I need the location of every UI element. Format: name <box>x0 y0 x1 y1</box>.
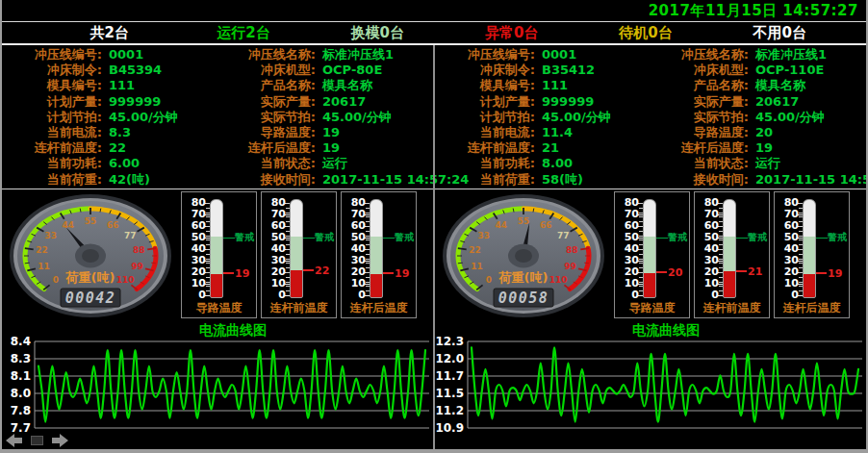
gauge-tick-label: 0 <box>53 275 59 285</box>
info-label: 当前荷重: <box>435 172 537 188</box>
info-label: 导路温度: <box>649 125 751 140</box>
back-arrow-icon[interactable] <box>6 434 23 447</box>
chart-ytick-label: 8.0 <box>11 387 31 400</box>
info-value: 111 <box>104 78 216 93</box>
info-label: 计划节拍: <box>2 110 104 125</box>
info-value: 21 <box>537 140 649 156</box>
thermo-value-marker <box>736 270 747 272</box>
thermo-value-marker <box>383 272 394 274</box>
chart-title: 电流曲线图 <box>632 322 700 338</box>
chart-ytick-label: 12.0 <box>435 352 464 365</box>
section-separator <box>435 189 866 189</box>
thermo-value-label: 19 <box>828 268 842 279</box>
gauge-tick-label: 77 <box>557 231 570 240</box>
load-gauge: 0112233445566778899110荷重(吨)00058 <box>439 190 608 319</box>
info-label: 接收时间: <box>649 172 751 188</box>
machine-panel-1: 冲压线编号:0001冲压线名称:标准冲压线1冲床制令:B45394冲床机型:OC… <box>2 45 433 449</box>
thermo-tube <box>370 199 383 298</box>
info-label: 连杆后温度: <box>216 140 318 156</box>
thermometer-1: 80706050403020100警戒22连杆前温度 <box>261 191 337 318</box>
chart-title: 电流曲线图 <box>199 322 267 338</box>
info-label: 当前功耗: <box>2 156 104 171</box>
warning-threshold-label: 警戒 <box>748 233 767 242</box>
status-count-2: 换模0台 <box>311 24 445 42</box>
info-label: 连杆前温度: <box>435 140 537 156</box>
thermo-value-label: 19 <box>395 268 409 279</box>
gauge-title: 荷重(吨) <box>498 270 549 285</box>
info-label: 实际节拍: <box>216 110 318 125</box>
machine-info-grid: 冲压线编号:0001冲压线名称:标准冲压线1冲床制令:B35412冲床机型:OC… <box>435 47 866 188</box>
titlebar: 2017年11月15日 14:57:27 <box>2 0 866 21</box>
forward-arrow-icon[interactable] <box>51 434 68 447</box>
chart-ytick-label: 11.5 <box>435 387 464 400</box>
info-label: 当前状态: <box>216 156 318 171</box>
info-label: 计划产量: <box>2 94 104 110</box>
thermo-tube <box>290 199 303 298</box>
machine-status-bar: 共2台运行2台换模0台异常0台待机0台不用0台 <box>2 21 866 45</box>
warning-threshold-line <box>223 238 235 239</box>
info-label: 连杆前温度: <box>2 140 104 156</box>
gauge-tick-label: 0 <box>486 275 492 285</box>
section-separator <box>2 189 433 189</box>
chart-ytick-label: 8.4 <box>11 335 31 348</box>
warning-threshold-label: 警戒 <box>235 233 254 242</box>
thermometer-0: 80706050403020100警戒19导路温度 <box>181 191 257 318</box>
info-label: 冲压线名称: <box>216 47 318 63</box>
warning-threshold-line <box>303 238 315 239</box>
thermometer-1: 80706050403020100警戒21连杆前温度 <box>694 191 770 318</box>
thermo-title: 连杆前温度 <box>262 300 336 316</box>
current-curve-chart: 电流曲线图12.312.011.711.511.210.9 <box>435 322 866 447</box>
info-label: 计划产量: <box>435 94 537 110</box>
info-label: 当前电流: <box>2 125 104 140</box>
info-value: 42(吨) <box>104 172 216 188</box>
thermo-title: 导路温度 <box>615 300 689 316</box>
load-gauge: 0112233445566778899110荷重(吨)00042 <box>6 190 175 319</box>
info-value: 0001 <box>537 47 649 63</box>
info-value: 2017-11-15 14:57:24 <box>751 172 868 188</box>
gauge-tick-label: 110 <box>549 275 568 285</box>
info-label: 冲床机型: <box>216 63 318 78</box>
window-fragment-icon <box>31 436 43 445</box>
info-value: 20 <box>751 125 868 140</box>
info-label: 冲床制令: <box>435 63 537 78</box>
thermo-value-label: 20 <box>668 267 682 278</box>
info-label: 模具编号: <box>435 78 537 93</box>
thermo-value-label: 19 <box>235 268 249 279</box>
thermo-value-marker <box>303 269 314 271</box>
info-value: B35412 <box>537 63 649 78</box>
thermo-value-marker <box>223 272 234 274</box>
info-label: 模具编号: <box>2 78 104 93</box>
gauge-tick-label: 11 <box>38 262 50 271</box>
chart-ytick-label: 7.7 <box>11 421 31 435</box>
chart-ytick-label: 12.3 <box>435 335 464 348</box>
warning-threshold-line <box>816 238 828 239</box>
info-value: 19 <box>751 140 868 156</box>
warning-threshold-label: 警戒 <box>668 233 687 242</box>
gauge-tick-label: 110 <box>116 275 135 285</box>
chart-ytick-label: 10.9 <box>435 421 464 435</box>
thermo-title: 连杆后温度 <box>775 300 849 316</box>
info-label: 当前电流: <box>435 125 537 140</box>
warning-threshold-label: 警戒 <box>315 233 334 242</box>
status-count-1: 运行2台 <box>176 24 310 42</box>
datetime-display: 2017年11月15日 14:57:27 <box>649 2 858 20</box>
status-count-5: 不用0台 <box>713 24 847 42</box>
info-label: 冲床制令: <box>2 63 104 78</box>
info-value: 58(吨) <box>537 172 649 188</box>
gauge-tick-label: 33 <box>477 231 490 240</box>
info-label: 连杆后温度: <box>649 140 751 156</box>
info-value: OCP-110E <box>751 63 868 78</box>
warning-threshold-line <box>656 238 668 239</box>
info-value: 111 <box>537 78 649 93</box>
chart-ytick-label: 8.3 <box>11 352 31 365</box>
thermometer-2: 80706050403020100警戒19连杆后温度 <box>341 191 417 318</box>
info-label: 冲压线名称: <box>649 47 751 63</box>
gauge-tick-label: 44 <box>63 220 75 230</box>
warning-threshold-line <box>736 238 748 239</box>
warning-threshold-label: 警戒 <box>395 233 414 242</box>
info-value: 标准冲压线1 <box>751 47 868 63</box>
window-nav-fragment <box>6 434 68 447</box>
thermo-value-label: 21 <box>748 266 762 277</box>
chart-ytick-label: 8.1 <box>11 369 31 383</box>
info-value: 运行 <box>751 156 868 171</box>
